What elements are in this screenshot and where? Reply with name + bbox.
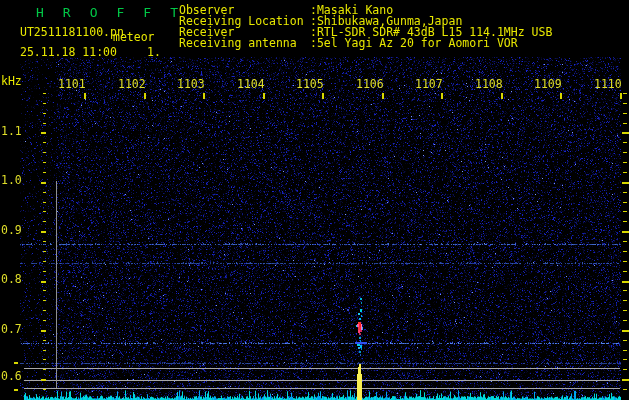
time-label-1101: 1101 <box>58 79 86 90</box>
time-label-1110: 1110 <box>594 79 622 90</box>
app-title: HROFFT <box>36 6 197 19</box>
freq-unit-label: kHz <box>1 76 22 87</box>
time-label-1109: 1109 <box>534 79 562 90</box>
datetime-label: 25.11.18 11:00 <box>20 47 117 58</box>
antenna-value: :5el Yagi Az 20 for Aomori VOR <box>310 38 518 49</box>
time-label-1102: 1102 <box>118 79 146 90</box>
freq-label-1-0: 1.0 <box>1 174 22 186</box>
time-label-1103: 1103 <box>177 79 205 90</box>
output-filename: UT2511181100.pn <box>20 27 124 38</box>
time-label-1106: 1106 <box>356 79 384 90</box>
time-label-1107: 1107 <box>415 79 443 90</box>
freq-label-0-7: 0.7 <box>1 323 22 335</box>
mode-label: meteor <box>113 32 155 43</box>
spectrogram-canvas <box>0 0 629 400</box>
antenna-label: Receiving antenna <box>179 38 297 49</box>
time-label-1104: 1104 <box>237 79 265 90</box>
freq-label-1-1: 1.1 <box>1 125 22 137</box>
time-label-1105: 1105 <box>296 79 324 90</box>
hrofft-screen: HROFFT UT2511181100.pn meteor 25.11.18 1… <box>0 0 629 400</box>
freq-label-0-9: 0.9 <box>1 224 22 236</box>
page-counter: 1. <box>147 47 161 58</box>
time-label-1108: 1108 <box>475 79 503 90</box>
freq-label-0-6: 0.6 <box>1 370 22 382</box>
freq-label-0-8: 0.8 <box>1 273 22 285</box>
